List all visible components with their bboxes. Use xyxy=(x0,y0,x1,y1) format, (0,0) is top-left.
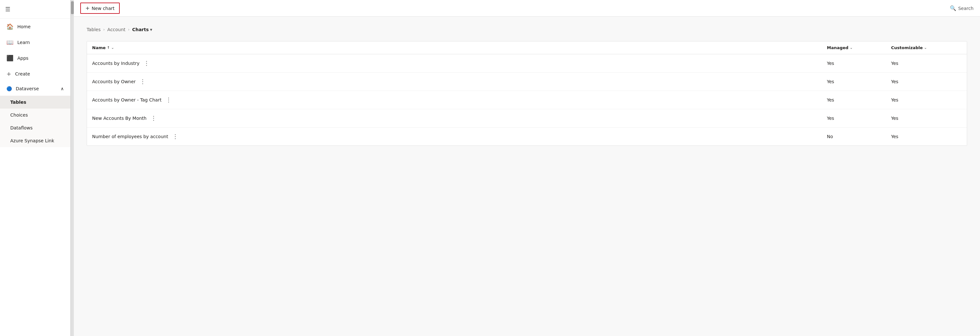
dataverse-chevron-icon: ∧ xyxy=(60,86,64,91)
cell-name: Accounts by Owner - Tag Chart ⋮ xyxy=(92,96,827,104)
sidebar-item-label: Home xyxy=(18,24,30,29)
sidebar: ☰ 🏠 Home 📖 Learn ⬛ Apps + Create 🔵 Datav… xyxy=(0,0,71,336)
more-menu-button[interactable]: ⋮ xyxy=(171,132,180,141)
row-name: New Accounts By Month xyxy=(92,116,146,121)
sidebar-item-label: Apps xyxy=(18,56,29,61)
column-managed-label: Managed xyxy=(827,45,848,50)
cell-name: Accounts by Owner ⋮ xyxy=(92,77,827,86)
breadcrumb-account[interactable]: Account xyxy=(107,27,126,32)
chevron-down-icon: ▾ xyxy=(150,27,152,32)
toolbar-left: + New chart xyxy=(80,3,120,14)
row-name: Accounts by Owner - Tag Chart xyxy=(92,97,161,102)
cell-managed: Yes xyxy=(827,97,891,102)
plus-icon: + xyxy=(85,5,89,11)
search-icon: 🔍 xyxy=(950,5,956,11)
new-chart-label: New chart xyxy=(91,6,114,11)
breadcrumb-sep-1: › xyxy=(103,27,105,32)
breadcrumb-tables[interactable]: Tables xyxy=(87,27,101,32)
create-icon: + xyxy=(6,70,11,77)
cell-customizable: Yes xyxy=(891,97,962,102)
more-menu-button[interactable]: ⋮ xyxy=(149,114,158,123)
sidebar-dataverse-section[interactable]: 🔵 Dataverse ∧ xyxy=(0,81,70,96)
sidebar-scrollbar[interactable] xyxy=(71,0,74,336)
sidebar-item-learn[interactable]: 📖 Learn xyxy=(0,34,70,50)
cell-managed: No xyxy=(827,134,891,139)
table-row: Number of employees by account ⋮ No Yes xyxy=(87,127,967,145)
more-menu-button[interactable]: ⋮ xyxy=(164,96,173,104)
breadcrumb-current-label: Charts xyxy=(132,27,149,32)
sidebar-sub-items: Tables Choices Dataflows Azure Synapse L… xyxy=(0,96,70,147)
table-row: Accounts by Owner - Tag Chart ⋮ Yes Yes xyxy=(87,91,967,109)
data-table: Name ↑ ⌄ Managed ⌄ Customizable ⌄ Accoun… xyxy=(87,41,967,146)
row-name: Number of employees by account xyxy=(92,134,168,139)
cell-name: Accounts by Industry ⋮ xyxy=(92,59,827,68)
dataverse-label: Dataverse xyxy=(16,86,39,91)
toolbar: + New chart 🔍 Search xyxy=(74,0,980,17)
table-row: Accounts by Industry ⋮ Yes Yes xyxy=(87,54,967,73)
search-area[interactable]: 🔍 Search xyxy=(950,5,974,11)
apps-icon: ⬛ xyxy=(6,55,13,61)
cell-name: New Accounts By Month ⋮ xyxy=(92,114,827,123)
dataverse-left: 🔵 Dataverse xyxy=(6,86,39,91)
breadcrumb: Tables › Account › Charts ▾ xyxy=(87,27,967,32)
sort-chevron-managed[interactable]: ⌄ xyxy=(850,46,853,50)
sidebar-top: ☰ xyxy=(0,0,70,19)
row-name: Accounts by Owner xyxy=(92,79,136,84)
cell-customizable: Yes xyxy=(891,134,962,139)
new-chart-button[interactable]: + New chart xyxy=(80,3,120,14)
home-icon: 🏠 xyxy=(6,23,13,30)
cell-name: Number of employees by account ⋮ xyxy=(92,132,827,141)
sidebar-scroll-thumb[interactable] xyxy=(71,1,74,14)
toolbar-right: 🔍 Search xyxy=(950,5,974,11)
cell-customizable: Yes xyxy=(891,116,962,121)
sidebar-item-label: Learn xyxy=(18,40,30,45)
hamburger-icon[interactable]: ☰ xyxy=(5,6,10,13)
sidebar-item-apps[interactable]: ⬛ Apps xyxy=(0,50,70,66)
column-header-name[interactable]: Name ↑ ⌄ xyxy=(92,45,827,50)
learn-icon: 📖 xyxy=(6,39,13,46)
breadcrumb-current[interactable]: Charts ▾ xyxy=(132,27,153,32)
sort-chevron-name[interactable]: ⌄ xyxy=(111,46,114,50)
dataverse-icon: 🔵 xyxy=(6,86,12,91)
sidebar-item-dataflows[interactable]: Dataflows xyxy=(0,121,70,134)
table-body: Accounts by Industry ⋮ Yes Yes Accounts … xyxy=(87,54,967,145)
row-name: Accounts by Industry xyxy=(92,61,139,66)
more-menu-button[interactable]: ⋮ xyxy=(138,77,147,86)
breadcrumb-sep-2: › xyxy=(128,27,130,32)
cell-managed: Yes xyxy=(827,79,891,84)
cell-customizable: Yes xyxy=(891,61,962,66)
more-menu-button[interactable]: ⋮ xyxy=(142,59,151,68)
column-name-label: Name xyxy=(92,45,106,50)
content-area: Tables › Account › Charts ▾ Name ↑ ⌄ Man… xyxy=(74,17,980,336)
sidebar-item-home[interactable]: 🏠 Home xyxy=(0,19,70,34)
table-header: Name ↑ ⌄ Managed ⌄ Customizable ⌄ xyxy=(87,41,967,54)
sort-chevron-customizable[interactable]: ⌄ xyxy=(924,46,927,50)
column-customizable-label: Customizable xyxy=(891,45,923,50)
table-row: Accounts by Owner ⋮ Yes Yes xyxy=(87,73,967,91)
cell-customizable: Yes xyxy=(891,79,962,84)
table-row: New Accounts By Month ⋮ Yes Yes xyxy=(87,109,967,127)
cell-managed: Yes xyxy=(827,61,891,66)
sidebar-item-choices[interactable]: Choices xyxy=(0,108,70,121)
sidebar-item-label: Create xyxy=(15,71,30,76)
column-header-managed[interactable]: Managed ⌄ xyxy=(827,45,891,50)
sidebar-item-azure-synapse[interactable]: Azure Synapse Link xyxy=(0,134,70,147)
column-header-customizable[interactable]: Customizable ⌄ xyxy=(891,45,962,50)
sidebar-item-create[interactable]: + Create xyxy=(0,66,70,81)
cell-managed: Yes xyxy=(827,116,891,121)
main-wrapper: + New chart 🔍 Search Tables › Account › … xyxy=(74,0,980,336)
search-label: Search xyxy=(958,6,974,11)
sort-asc-icon: ↑ xyxy=(107,46,110,50)
sidebar-item-tables[interactable]: Tables xyxy=(0,96,70,108)
